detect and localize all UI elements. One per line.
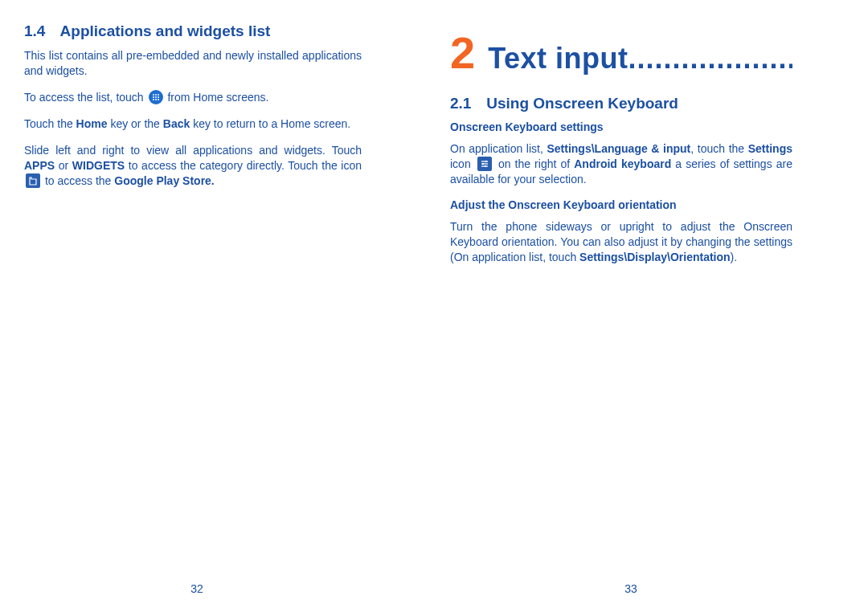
paragraph: Slide left and right to view all applica… <box>24 143 362 189</box>
svg-point-2 <box>158 94 159 96</box>
text: key or the <box>108 117 163 130</box>
bold-home: Home <box>76 117 108 130</box>
text: to access the <box>45 174 114 187</box>
text: On application list, <box>450 142 547 155</box>
svg-point-1 <box>155 94 157 96</box>
text: To access the list, touch <box>24 91 147 104</box>
text: or <box>55 159 72 172</box>
text: ). <box>731 251 738 263</box>
text: Slide left and right to view all applica… <box>24 144 362 157</box>
chapter-number: 2 <box>450 31 475 75</box>
paragraph: On application list, Settings\Language &… <box>450 141 792 187</box>
bold-back: Back <box>163 117 190 130</box>
subheading-keyboard-settings: Onscreen Keyboard settings <box>450 120 792 133</box>
section-number: 1.4 <box>24 22 56 40</box>
bold-android-keyboard: Android keyboard <box>574 157 671 170</box>
paragraph: Touch the Home key or the Back key to re… <box>24 116 362 132</box>
bold-widgets: WIDGETS <box>72 159 125 172</box>
section-title: Applications and widgets list <box>60 22 271 39</box>
svg-point-8 <box>158 99 159 100</box>
page-right: 2 Text input ...........................… <box>434 0 828 616</box>
section-heading-1-4: 1.4 Applications and widgets list <box>24 22 362 40</box>
svg-point-0 <box>153 94 154 96</box>
apps-grid-icon <box>149 90 163 104</box>
bold-apps: APPS <box>24 159 55 172</box>
paragraph: This list contains all pre-embedded and … <box>24 48 362 79</box>
svg-point-7 <box>155 99 157 100</box>
svg-rect-14 <box>485 165 486 167</box>
subheading-orientation: Adjust the Onscreen Keyboard orientation <box>450 198 792 211</box>
chapter-dots: ............................. <box>628 42 792 75</box>
text: to access the category directly. Touch t… <box>125 159 362 172</box>
svg-rect-12 <box>485 161 487 162</box>
bold-path-lang-input: Settings\Language & input <box>547 142 690 155</box>
chapter-title: Text input <box>488 42 628 75</box>
bold-play-store: Google Play Store. <box>114 174 214 187</box>
section-number: 2.1 <box>450 95 482 112</box>
paragraph: Turn the phone sideways or upright to ad… <box>450 219 792 265</box>
section-heading-2-1: 2.1 Using Onscreen Keyboard <box>450 95 792 112</box>
settings-sliders-icon <box>477 157 492 171</box>
bold-path-display-orientation: Settings\Display\Orientation <box>579 251 730 263</box>
text: on the right of <box>498 157 574 170</box>
chapter-heading: 2 Text input ...........................… <box>450 31 792 75</box>
page-number-right: 33 <box>434 582 828 595</box>
page-left: 1.4 Applications and widgets list This l… <box>0 0 394 616</box>
svg-point-5 <box>158 96 159 98</box>
text: , touch the <box>690 142 747 155</box>
text: key to return to a Home screen. <box>190 117 350 130</box>
page-number-left: 32 <box>0 582 394 595</box>
play-store-icon <box>26 173 40 188</box>
svg-point-4 <box>155 96 157 98</box>
text: icon <box>450 157 475 170</box>
section-title: Using Onscreen Keyboard <box>486 95 678 112</box>
text: Touch the <box>24 117 76 130</box>
text: from Home screens. <box>167 91 268 104</box>
svg-point-6 <box>153 99 154 100</box>
bold-settings: Settings <box>748 142 792 155</box>
paragraph: To access the list, touch from Home scre… <box>24 90 362 105</box>
svg-rect-13 <box>482 163 484 165</box>
svg-point-3 <box>153 96 154 98</box>
